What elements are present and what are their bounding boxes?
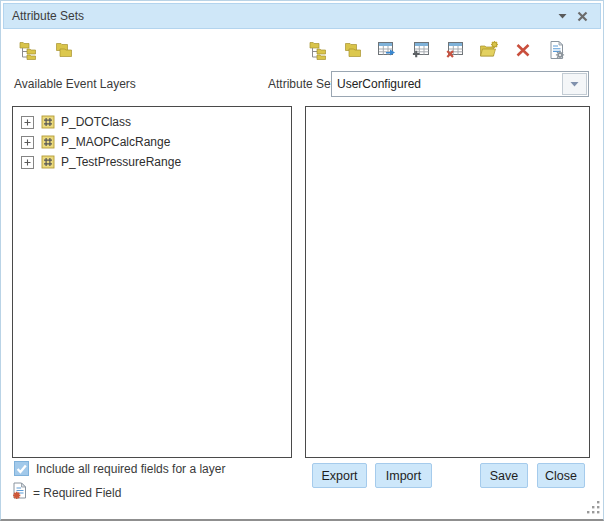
save-button[interactable]: Save [480, 463, 528, 488]
layer-name: P_TestPressureRange [61, 155, 181, 169]
export-table-icon [377, 40, 397, 60]
delete-icon [515, 42, 531, 58]
remove-table-button[interactable] [445, 40, 465, 60]
resize-grip[interactable] [587, 501, 600, 517]
open-attribute-set-icon [479, 40, 499, 60]
export-table-button[interactable] [377, 40, 397, 60]
expand-icon[interactable] [21, 116, 34, 129]
event-layer-icon [41, 155, 55, 169]
collapse-attribute-set-button[interactable] [343, 40, 363, 60]
close-icon [577, 11, 588, 22]
remove-table-icon [445, 40, 465, 60]
table-properties-icon [547, 40, 567, 60]
layer-name: P_MAOPCalcRange [61, 135, 170, 149]
combobox-dropdown-button[interactable] [562, 73, 587, 95]
add-table-icon [411, 40, 431, 60]
tree-row[interactable]: P_DOTClass [13, 112, 291, 132]
open-attribute-set-button[interactable] [479, 40, 499, 60]
panel-dropdown-button[interactable] [552, 6, 572, 26]
include-required-label: Include all required fields for a layer [36, 462, 225, 476]
include-required-row: Include all required fields for a layer [14, 461, 225, 476]
import-button[interactable]: Import [375, 463, 432, 488]
expand-tree-icon [19, 40, 39, 60]
resize-grip-icon [587, 501, 600, 514]
layer-name: P_DOTClass [61, 115, 131, 129]
chevron-down-icon [570, 81, 579, 87]
close-button-footer[interactable]: Close [537, 463, 585, 488]
event-layers-list[interactable]: P_DOTClass P_MAOPCalcRange [12, 106, 292, 458]
expand-attribute-set-button[interactable] [309, 40, 329, 60]
event-layer-icon [41, 115, 55, 129]
attribute-set-list[interactable] [305, 106, 590, 458]
close-button[interactable] [572, 6, 592, 26]
collapse-event-layers-button[interactable] [54, 40, 74, 60]
tree-row[interactable]: P_TestPressureRange [13, 152, 291, 172]
required-field-legend: = Required Field [12, 482, 121, 503]
checkmark-icon [15, 462, 28, 475]
attribute-set-label: Attribute Set: [268, 77, 337, 91]
table-properties-button[interactable] [547, 40, 567, 60]
export-button[interactable]: Export [312, 463, 367, 488]
attribute-set-toolbar [309, 40, 567, 60]
event-layer-icon [41, 135, 55, 149]
titlebar: Attribute Sets [3, 3, 601, 29]
window-title: Attribute Sets [12, 9, 552, 23]
delete-button[interactable] [513, 40, 533, 60]
attribute-set-combobox[interactable]: UserConfigured [331, 71, 589, 97]
available-event-layers-label: Available Event Layers [14, 77, 136, 91]
open-folder-icon [54, 40, 74, 60]
required-field-icon [12, 482, 28, 503]
required-field-label: = Required Field [33, 486, 121, 500]
expand-tree-icon [309, 40, 329, 60]
open-folder-icon [343, 40, 363, 60]
attribute-sets-window: Attribute Sets [0, 0, 604, 521]
attribute-set-value: UserConfigured [337, 77, 558, 91]
expand-icon[interactable] [21, 156, 34, 169]
expand-event-layers-button[interactable] [19, 40, 39, 60]
include-required-checkbox[interactable] [14, 461, 29, 476]
tree-row[interactable]: P_MAOPCalcRange [13, 132, 291, 152]
event-layers-toolbar [19, 40, 74, 60]
add-table-button[interactable] [411, 40, 431, 60]
chevron-down-icon [558, 13, 567, 19]
expand-icon[interactable] [21, 136, 34, 149]
